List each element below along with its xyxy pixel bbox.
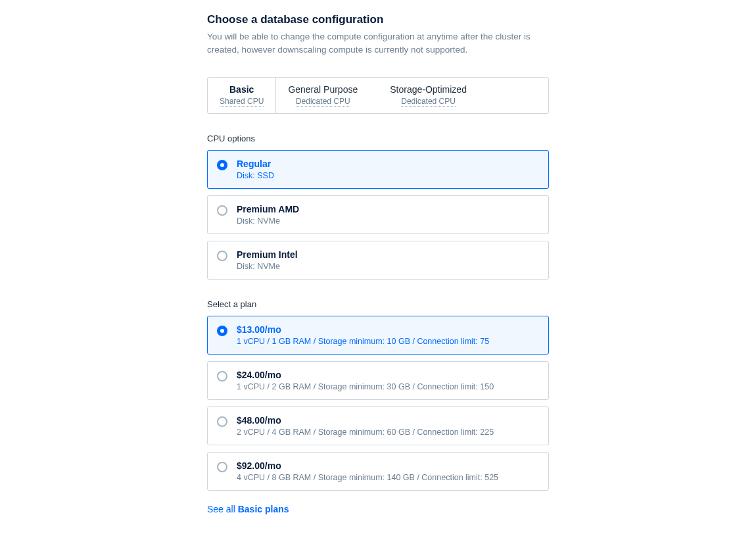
plan-option-24[interactable]: $24.00/mo 1 vCPU / 2 GB RAM / Storage mi… bbox=[207, 361, 549, 400]
tab-title: Basic bbox=[220, 84, 264, 95]
option-title: $24.00/mo bbox=[237, 370, 539, 380]
option-desc: Disk: NVMe bbox=[237, 262, 539, 271]
tab-title: Storage-Optimized bbox=[390, 84, 467, 95]
plan-options: $13.00/mo 1 vCPU / 1 GB RAM / Storage mi… bbox=[207, 316, 549, 491]
cpu-option-premium-amd[interactable]: Premium AMD Disk: NVMe bbox=[207, 195, 549, 234]
option-desc: 4 vCPU / 8 GB RAM / Storage minimum: 140… bbox=[237, 473, 539, 482]
option-title: $92.00/mo bbox=[237, 460, 539, 471]
plan-option-13[interactable]: $13.00/mo 1 vCPU / 1 GB RAM / Storage mi… bbox=[207, 316, 549, 355]
tab-title: General Purpose bbox=[288, 84, 358, 95]
tab-basic[interactable]: Basic Shared CPU bbox=[208, 78, 276, 113]
plan-option-48[interactable]: $48.00/mo 2 vCPU / 4 GB RAM / Storage mi… bbox=[207, 406, 549, 445]
tab-subtitle: Dedicated CPU bbox=[401, 97, 456, 107]
cpu-option-premium-intel[interactable]: Premium Intel Disk: NVMe bbox=[207, 241, 549, 280]
radio-icon bbox=[217, 416, 227, 427]
option-desc: 1 vCPU / 2 GB RAM / Storage minimum: 30 … bbox=[237, 382, 539, 391]
option-title: Premium Intel bbox=[237, 249, 539, 260]
page-subtitle: You will be able to change the compute c… bbox=[207, 30, 549, 57]
radio-icon bbox=[217, 160, 227, 170]
config-tabs: Basic Shared CPU General Purpose Dedicat… bbox=[207, 77, 549, 114]
radio-icon bbox=[217, 462, 227, 472]
tab-general-purpose[interactable]: General Purpose Dedicated CPU bbox=[276, 78, 370, 113]
tab-subtitle: Dedicated CPU bbox=[296, 97, 350, 107]
option-title: Premium AMD bbox=[237, 204, 539, 214]
radio-icon bbox=[217, 205, 227, 216]
see-all-plans-link[interactable]: See all Basic plans bbox=[207, 504, 289, 514]
option-title: $13.00/mo bbox=[237, 324, 539, 335]
option-desc: 2 vCPU / 4 GB RAM / Storage minimum: 60 … bbox=[237, 428, 539, 437]
db-config-panel: Choose a database configuration You will… bbox=[207, 13, 549, 515]
tab-subtitle: Shared CPU bbox=[220, 97, 264, 107]
plan-section-label: Select a plan bbox=[207, 299, 549, 309]
option-desc: Disk: SSD bbox=[237, 171, 539, 180]
option-title: Regular bbox=[237, 159, 539, 169]
radio-icon bbox=[217, 251, 227, 261]
tab-storage-optimized[interactable]: Storage-Optimized Dedicated CPU bbox=[378, 78, 479, 113]
page-title: Choose a database configuration bbox=[207, 13, 549, 26]
link-prefix: See all bbox=[207, 504, 238, 514]
cpu-options: Regular Disk: SSD Premium AMD Disk: NVMe… bbox=[207, 150, 549, 280]
radio-icon bbox=[217, 326, 227, 336]
option-desc: 1 vCPU / 1 GB RAM / Storage minimum: 10 … bbox=[237, 337, 539, 346]
cpu-section-label: CPU options bbox=[207, 134, 549, 143]
option-title: $48.00/mo bbox=[237, 415, 539, 426]
option-desc: Disk: NVMe bbox=[237, 216, 539, 226]
cpu-option-regular[interactable]: Regular Disk: SSD bbox=[207, 150, 549, 189]
radio-icon bbox=[217, 371, 227, 382]
link-emphasis: Basic plans bbox=[238, 504, 289, 514]
plan-option-92[interactable]: $92.00/mo 4 vCPU / 8 GB RAM / Storage mi… bbox=[207, 452, 549, 491]
